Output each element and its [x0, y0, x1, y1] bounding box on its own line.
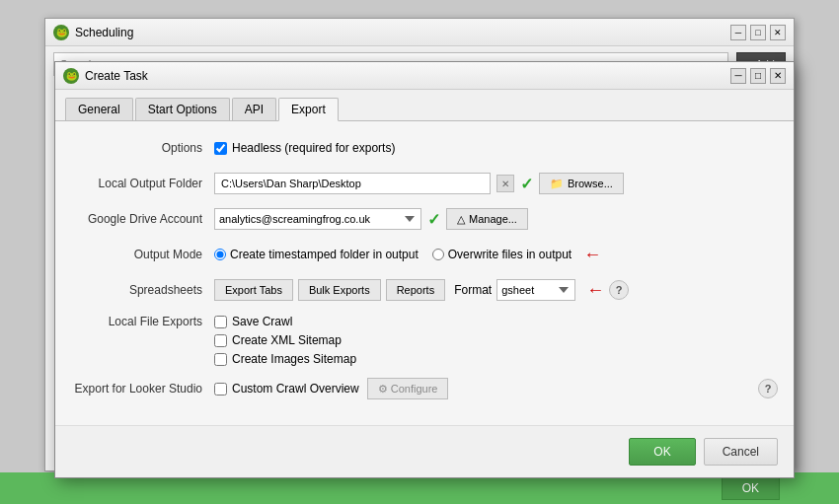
looker-studio-label: Export for Looker Studio [71, 382, 214, 396]
output-mode-arrow-indicator: ← [583, 245, 601, 265]
local-output-row: Local Output Folder ✕ ✓ 📁 Browse... [71, 171, 778, 196]
google-drive-select[interactable]: analytics@screamingfrog.co.uk [214, 208, 421, 230]
output-mode-row: Output Mode Create timestamped folder in… [71, 242, 778, 267]
dialog-window-controls: ─ □ ✕ [730, 68, 786, 84]
create-xml-sitemap-label[interactable]: Create XML Sitemap [214, 333, 356, 347]
timestamped-radio-label[interactable]: Create timestamped folder in output [214, 248, 419, 261]
create-images-sitemap-text: Create Images Sitemap [232, 352, 356, 366]
options-content: Headless (required for exports) [214, 141, 778, 155]
output-mode-content: Create timestamped folder in output Over… [214, 245, 778, 265]
google-drive-label: Google Drive Account [71, 212, 214, 226]
format-select[interactable]: gsheet xlsx csv [496, 279, 575, 301]
save-crawl-checkbox[interactable] [214, 316, 227, 328]
output-mode-label: Output Mode [71, 248, 214, 261]
local-output-check-icon: ✓ [520, 175, 533, 193]
tab-start-options[interactable]: Start Options [135, 98, 230, 120]
save-crawl-label[interactable]: Save Crawl [214, 315, 356, 328]
tab-bar: General Start Options API Export [55, 90, 794, 121]
browse-button[interactable]: 📁 Browse... [539, 173, 624, 194]
tab-api[interactable]: API [232, 98, 276, 120]
local-file-section: Save Crawl Create XML Sitemap Create Ima… [214, 315, 356, 366]
export-tabs-button[interactable]: Export Tabs [214, 279, 293, 301]
tab-general[interactable]: General [65, 98, 133, 120]
manage-label: Manage... [469, 213, 517, 225]
ok-button[interactable]: OK [629, 438, 695, 466]
spreadsheets-label: Spreadsheets [71, 283, 214, 297]
headless-checkbox-label[interactable]: Headless (required for exports) [214, 141, 395, 155]
spreadsheets-arrow-indicator: ← [586, 280, 604, 301]
manage-button[interactable]: △ Manage... [446, 208, 528, 230]
folder-icon: 📁 [550, 178, 564, 190]
options-row: Options Headless (required for exports) [71, 135, 778, 161]
create-task-dialog: 🐸 Create Task ─ □ ✕ General Start Option… [54, 61, 795, 478]
drive-icon: △ [457, 213, 465, 226]
google-drive-check-icon: ✓ [427, 210, 440, 229]
reports-button[interactable]: Reports [386, 279, 446, 301]
save-crawl-text: Save Crawl [232, 315, 292, 328]
dialog-footer: OK Cancel [55, 425, 794, 477]
overwrite-label-text: Overwrite files in output [448, 248, 572, 261]
spreadsheets-row: Spreadsheets Export Tabs Bulk Exports Re… [71, 277, 778, 303]
local-file-exports-row: Local File Exports Save Crawl Create XML… [71, 313, 778, 366]
custom-crawl-overview-checkbox[interactable] [214, 383, 227, 396]
configure-button[interactable]: ⚙ Configure [367, 378, 449, 399]
local-output-clear-btn[interactable]: ✕ [496, 175, 514, 192]
local-file-exports-content: Save Crawl Create XML Sitemap Create Ima… [214, 315, 778, 366]
dialog-minimize-btn[interactable]: ─ [730, 68, 746, 84]
dialog-maximize-btn[interactable]: □ [750, 68, 766, 84]
looker-help-button[interactable]: ? [758, 379, 778, 398]
cancel-button[interactable]: Cancel [704, 438, 778, 466]
options-label: Options [71, 141, 214, 155]
looker-studio-content: Custom Crawl Overview ⚙ Configure ? [214, 378, 778, 399]
headless-label-text: Headless (required for exports) [232, 141, 395, 155]
create-images-sitemap-checkbox[interactable] [214, 353, 227, 366]
timestamped-radio[interactable] [214, 249, 226, 260]
radio-group: Create timestamped folder in output Over… [214, 248, 572, 261]
dialog-body: Options Headless (required for exports) … [55, 121, 794, 425]
looker-studio-row: Export for Looker Studio Custom Crawl Ov… [71, 376, 778, 401]
timestamped-label-text: Create timestamped folder in output [230, 248, 419, 261]
dialog-frog-icon: 🐸 [63, 68, 79, 84]
format-label: Format [454, 283, 492, 297]
browse-label: Browse... [568, 178, 613, 189]
local-output-label: Local Output Folder [71, 177, 214, 190]
dialog-title-text: Create Task [85, 69, 148, 83]
bulk-exports-button[interactable]: Bulk Exports [298, 279, 381, 301]
local-file-exports-label: Local File Exports [71, 315, 214, 328]
looker-row: Custom Crawl Overview ⚙ Configure [214, 378, 448, 399]
headless-checkbox[interactable] [214, 142, 227, 155]
google-drive-row: Google Drive Account analytics@screaming… [71, 206, 778, 232]
spreadsheets-buttons: Export Tabs Bulk Exports Reports Format … [214, 279, 629, 301]
local-output-input[interactable] [214, 173, 491, 194]
spreadsheets-help-button[interactable]: ? [609, 280, 629, 300]
create-images-sitemap-label[interactable]: Create Images Sitemap [214, 352, 356, 366]
google-drive-content: analytics@screamingfrog.co.uk ✓ △ Manage… [214, 208, 778, 230]
create-xml-sitemap-text: Create XML Sitemap [232, 333, 342, 347]
overwrite-radio-label[interactable]: Overwrite files in output [432, 248, 572, 261]
custom-crawl-overview-text: Custom Crawl Overview [232, 382, 359, 396]
dialog-title: 🐸 Create Task [63, 68, 148, 84]
create-xml-sitemap-checkbox[interactable] [214, 334, 227, 347]
dialog-titlebar: 🐸 Create Task ─ □ ✕ [55, 62, 794, 90]
tab-export[interactable]: Export [278, 98, 339, 121]
spreadsheets-content: Export Tabs Bulk Exports Reports Format … [214, 279, 778, 301]
local-output-content: ✕ ✓ 📁 Browse... [214, 173, 778, 194]
modal-overlay: 🐸 Create Task ─ □ ✕ General Start Option… [0, 0, 839, 504]
dialog-close-btn[interactable]: ✕ [770, 68, 786, 84]
overwrite-radio[interactable] [432, 249, 444, 260]
custom-crawl-overview-label[interactable]: Custom Crawl Overview [214, 382, 359, 396]
